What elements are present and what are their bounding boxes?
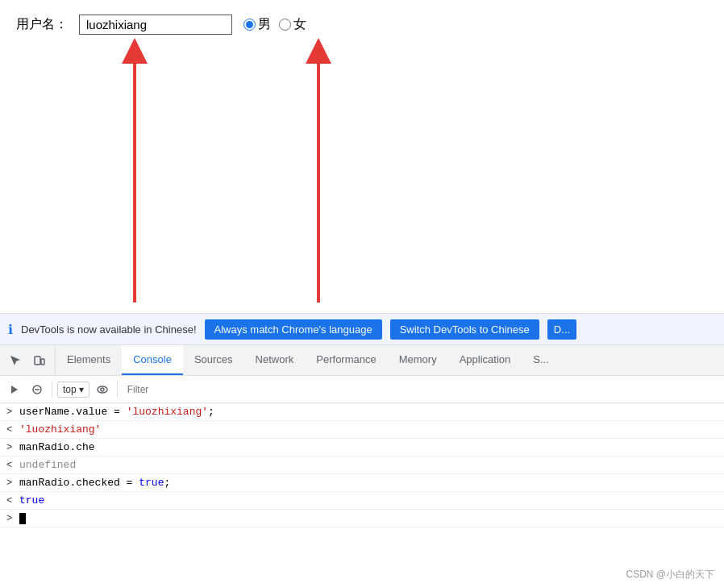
console-line: > manRadio.checked = true;: [0, 474, 724, 492]
console-arrow-out: >: [6, 477, 19, 489]
console-line: > manRadio.che: [0, 439, 724, 457]
console-text: undefined: [19, 459, 718, 471]
eye-icon[interactable]: [93, 380, 112, 399]
tab-console[interactable]: Console: [122, 345, 183, 375]
watermark: CSDN @小白的天下: [626, 568, 714, 582]
console-arrow-prompt: >: [6, 512, 19, 524]
username-label: 用户名：: [16, 16, 68, 33]
console-arrow-out: >: [6, 406, 19, 418]
tab-application[interactable]: Application: [448, 345, 522, 375]
info-icon: ℹ: [8, 322, 13, 337]
radio-male[interactable]: [243, 19, 256, 31]
tab-elements[interactable]: Elements: [56, 345, 122, 375]
console-text: 'luozhixiang': [19, 423, 718, 436]
device-icon[interactable]: [29, 350, 50, 371]
filter-input[interactable]: [123, 382, 719, 397]
console-area: > userName.value = 'luozhixiang'; < 'luo…: [0, 403, 724, 588]
console-line: < undefined: [0, 457, 724, 474]
top-label: top: [63, 384, 77, 395]
switch-devtools-button[interactable]: Switch DevTools to Chinese: [390, 319, 539, 340]
console-text: userName.value = 'luozhixiang';: [19, 406, 718, 418]
console-arrow-in: <: [6, 459, 19, 471]
clear-button[interactable]: [27, 380, 47, 399]
execute-button[interactable]: [5, 380, 24, 399]
svg-marker-6: [11, 386, 18, 394]
devtools-icon-group: [0, 345, 56, 375]
dropdown-arrow-icon: ▾: [79, 384, 84, 395]
tab-memory[interactable]: Memory: [388, 345, 448, 375]
cursor-icon[interactable]: [5, 350, 26, 371]
radio-female-label: 女: [293, 16, 306, 33]
username-input[interactable]: [79, 15, 232, 35]
console-line: < true: [0, 492, 724, 510]
top-dropdown[interactable]: top ▾: [57, 382, 89, 398]
toolbar-divider-1: [52, 382, 52, 398]
svg-rect-5: [41, 359, 44, 365]
console-arrow-out: >: [6, 441, 19, 453]
console-text: manRadio.checked = true;: [19, 477, 718, 489]
tab-network[interactable]: Network: [244, 345, 306, 375]
devtools-notify-bar: ℹ DevTools is now available in Chinese! …: [0, 313, 724, 345]
console-prompt-text: [19, 512, 718, 524]
devtools-toolbar: top ▾: [0, 376, 724, 403]
radio-male-label: 男: [258, 16, 271, 33]
tab-more[interactable]: S...: [522, 345, 560, 375]
console-arrow-in: <: [6, 494, 19, 507]
console-text: manRadio.che: [19, 441, 718, 453]
tab-sources[interactable]: Sources: [183, 345, 244, 375]
console-line: > userName.value = 'luozhixiang';: [0, 403, 724, 421]
more-button[interactable]: D...: [547, 319, 576, 340]
devtools-tabs-bar: Elements Console Sources Network Perform…: [0, 345, 724, 376]
console-text: true: [19, 494, 718, 507]
radio-group: 男 女: [243, 16, 306, 33]
svg-point-10: [101, 388, 104, 391]
radio-female-item: 女: [279, 16, 306, 33]
radio-male-item: 男: [243, 16, 271, 33]
notify-text: DevTools is now available in Chinese!: [21, 323, 197, 336]
console-arrow-in: <: [6, 423, 19, 436]
toolbar-divider-2: [117, 382, 118, 398]
radio-female[interactable]: [279, 19, 291, 31]
console-line-prompt[interactable]: >: [0, 510, 724, 528]
match-language-button[interactable]: Always match Chrome's language: [205, 319, 382, 340]
console-line: < 'luozhixiang': [0, 421, 724, 439]
tab-performance[interactable]: Performance: [305, 345, 387, 375]
svg-rect-4: [35, 357, 40, 365]
page-area: 用户名： 男 女: [0, 0, 724, 315]
form-row: 用户名： 男 女: [16, 15, 306, 35]
svg-point-9: [98, 386, 107, 393]
